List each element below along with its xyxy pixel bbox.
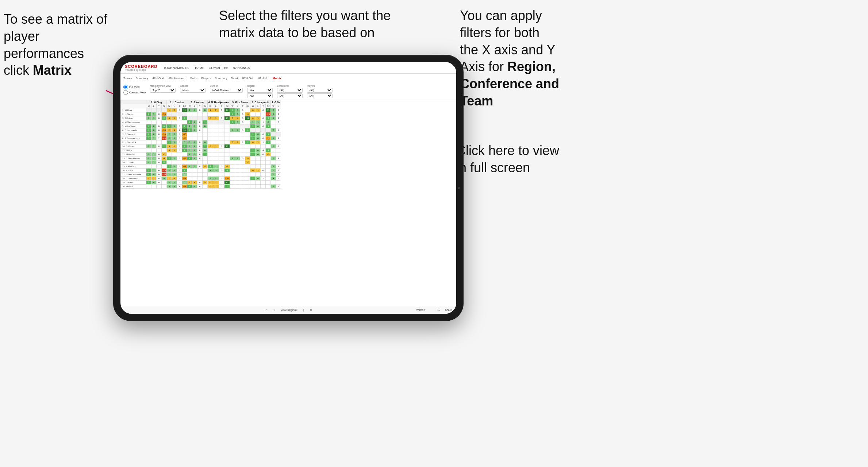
matrix-cell xyxy=(219,161,224,165)
matrix-cell xyxy=(256,144,261,148)
matrix-cell: 0 xyxy=(157,144,162,148)
matrix-cell xyxy=(224,132,230,136)
toolbar-settings[interactable]: ⚙ xyxy=(308,308,314,312)
matrix-cell xyxy=(146,108,151,112)
matrix-cell: 1 xyxy=(167,177,172,181)
ann-rt-l6: Team xyxy=(460,93,493,108)
matrix-cell: 0 xyxy=(172,124,177,128)
subnav-players[interactable]: Players xyxy=(201,77,211,80)
matrix-cell: 0 xyxy=(157,153,162,157)
matrix-cell: 0 xyxy=(219,116,224,120)
sh-6-w: W xyxy=(250,104,256,108)
matrix-cell: 1 xyxy=(151,144,157,148)
subnav-detail[interactable]: Detail xyxy=(231,77,238,80)
matrix-cell xyxy=(224,112,230,116)
player-name-cell: 2. L Clanton xyxy=(121,112,146,116)
matrix-cell: 1 xyxy=(261,120,266,124)
players-select-1[interactable]: (All) xyxy=(307,88,333,93)
matrix-cell: 2 xyxy=(172,181,177,185)
matrix-cell xyxy=(266,177,271,181)
division-select[interactable]: NCAA Division I xyxy=(210,88,243,93)
sh-5-l: L xyxy=(235,104,240,108)
matrix-cell xyxy=(245,136,250,140)
region-label: Region xyxy=(247,85,273,87)
subnav-matrix-1[interactable]: Matrix xyxy=(190,77,198,80)
toolbar-fullscreen[interactable]: ⛶ xyxy=(436,308,442,312)
players-select-2[interactable]: (All) xyxy=(307,93,333,98)
nav-committee[interactable]: COMMITTEE xyxy=(209,66,228,70)
max-players-select[interactable]: Top 25 xyxy=(150,88,176,93)
matrix-cell: 0 xyxy=(208,181,213,185)
matrix-cell: 0 xyxy=(157,161,162,165)
nav-teams[interactable]: TEAMS xyxy=(193,66,204,70)
compact-view-radio[interactable] xyxy=(123,90,128,95)
matrix-cell: 0 xyxy=(177,136,182,140)
matrix-cell: 1 xyxy=(256,108,261,112)
matrix-cell xyxy=(203,128,208,132)
player-name-cell: 8. P Summerhays xyxy=(121,136,146,140)
matrix-cell: 0 xyxy=(240,157,245,161)
compact-view-option[interactable]: Compact View xyxy=(123,90,146,95)
nav-tournaments[interactable]: TOURNAMENTS xyxy=(163,66,188,70)
subnav-summary[interactable]: Summary xyxy=(136,77,148,80)
matrix-cell: 0 xyxy=(240,120,245,124)
matrix-cell: 0 xyxy=(192,120,197,124)
matrix-cell: 0 xyxy=(235,108,240,112)
conference-select-1[interactable]: (All) xyxy=(277,88,303,93)
region-select-2[interactable]: N/A xyxy=(247,93,273,98)
matrix-cell xyxy=(256,185,261,189)
matrix-cell: 0 xyxy=(197,153,203,157)
region-select-1[interactable]: N/A xyxy=(247,88,273,93)
matrix-cell xyxy=(240,144,245,148)
subnav-matrix-active[interactable]: Matrix xyxy=(273,77,281,80)
subnav-summary2[interactable]: Summary xyxy=(215,77,227,80)
matrix-cell xyxy=(245,165,250,169)
matrix-cell xyxy=(157,120,162,124)
toolbar-redo[interactable]: ↪ xyxy=(271,308,276,312)
matrix-cell: 1 xyxy=(172,144,177,148)
matrix-cell: 2 xyxy=(146,132,151,136)
matrix-cell: 1 xyxy=(245,140,250,144)
subnav-teams[interactable]: Teams xyxy=(123,77,132,80)
matrix-cell: 13 xyxy=(266,108,271,112)
matrix-cell: 0 xyxy=(219,177,224,181)
matrix-cell xyxy=(230,136,235,140)
toolbar-watch[interactable]: Watch ▾ xyxy=(415,308,427,312)
matrix-cell: 24 xyxy=(182,128,187,132)
matrix-cell xyxy=(271,140,276,144)
toolbar-share[interactable]: Share xyxy=(443,308,453,312)
matrix-table: 1. W Ding 2. L Clanton 3. J Koivun 4. M … xyxy=(120,100,281,189)
matrix-cell xyxy=(256,128,261,132)
matrix-cell xyxy=(197,173,203,177)
matrix-cell: 1 xyxy=(250,148,256,153)
matrix-cell: 1 xyxy=(250,153,256,157)
full-view-radio[interactable] xyxy=(123,85,128,89)
toolbar-undo[interactable]: ↩ xyxy=(263,308,268,312)
matrix-cell: 0 xyxy=(219,169,224,173)
matrix-cell xyxy=(208,132,213,136)
matrix-cell: 0 xyxy=(197,181,203,185)
gender-select[interactable]: Men's xyxy=(180,88,206,93)
nav-rankings[interactable]: RANKINGS xyxy=(233,66,250,70)
matrix-cell: 0 xyxy=(151,132,157,136)
matrix-cell: 8 xyxy=(224,169,230,173)
matrix-cell: 2 xyxy=(167,136,172,140)
ann-left-bold: Matrix xyxy=(33,63,72,78)
view-options: Full View Compact View xyxy=(123,85,146,95)
matrix-cell: 1 xyxy=(146,157,151,161)
matrix-cell: 2 xyxy=(162,116,167,120)
conference-select-2[interactable]: (All) xyxy=(277,93,303,98)
subnav-h2h-grid[interactable]: H2H Grid xyxy=(152,77,164,80)
ann-rt-l4b: Region, xyxy=(507,59,556,74)
subnav-h2h-heatmap[interactable]: H2H Heatmap xyxy=(168,77,186,80)
table-row: 9. N Gabrelcik1000000001110111 xyxy=(121,140,281,144)
matrix-cell xyxy=(250,173,256,177)
subnav-h2h-h[interactable]: H2H H... xyxy=(258,77,269,80)
matrix-cell: 1 xyxy=(230,108,235,112)
full-view-option[interactable]: Full View xyxy=(123,85,146,89)
subnav-h2h-grid2[interactable]: H2H Grid xyxy=(242,77,254,80)
matrix-cell xyxy=(271,153,276,157)
col-header-empty xyxy=(121,100,146,104)
matrix-cell xyxy=(162,148,167,153)
matrix-cell: 1 xyxy=(271,157,276,161)
